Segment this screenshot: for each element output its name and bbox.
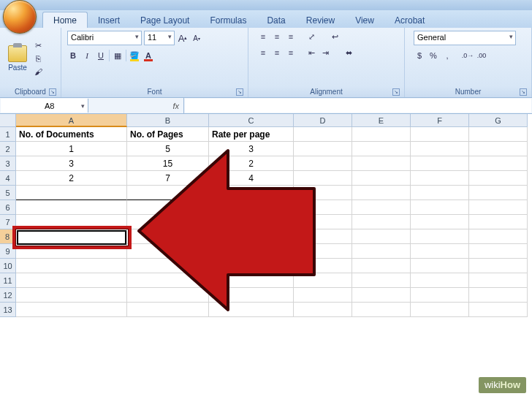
- align-middle-icon[interactable]: ≡: [271, 31, 283, 42]
- shrink-font-icon[interactable]: A▾: [191, 32, 202, 44]
- tab-review[interactable]: Review: [296, 12, 345, 28]
- font-name-combo[interactable]: Calibri: [67, 31, 142, 45]
- cell[interactable]: [352, 156, 411, 171]
- spreadsheet-grid[interactable]: ABCDEFG 1No. of DocumentsNo. of PagesRat…: [0, 114, 532, 317]
- tab-view[interactable]: View: [345, 12, 384, 28]
- row-header[interactable]: 2: [0, 142, 16, 156]
- tab-formulas[interactable]: Formulas: [200, 12, 256, 28]
- cell[interactable]: [352, 288, 411, 303]
- cell[interactable]: [352, 244, 411, 259]
- dialog-launcher-icon[interactable]: ↘: [236, 88, 243, 96]
- align-center-icon[interactable]: ≡: [271, 47, 283, 58]
- cell[interactable]: [469, 303, 528, 317]
- row-header[interactable]: 9: [0, 244, 16, 259]
- tab-home[interactable]: Home: [42, 12, 88, 28]
- cell[interactable]: [411, 156, 469, 171]
- decrease-decimal-icon[interactable]: .00: [476, 50, 487, 61]
- cell[interactable]: [294, 303, 352, 317]
- cell[interactable]: [16, 200, 127, 215]
- cell[interactable]: [294, 200, 352, 215]
- cell[interactable]: [127, 229, 209, 244]
- cell[interactable]: [411, 229, 469, 244]
- formula-input[interactable]: [185, 99, 531, 113]
- cell[interactable]: [294, 127, 352, 142]
- cell[interactable]: [352, 229, 411, 244]
- cell[interactable]: [127, 200, 209, 215]
- cell[interactable]: [294, 273, 352, 288]
- cell[interactable]: [352, 200, 411, 215]
- percent-icon[interactable]: %: [428, 50, 439, 61]
- cell[interactable]: [352, 303, 411, 317]
- italic-button[interactable]: I: [81, 50, 93, 61]
- cell[interactable]: [127, 215, 209, 229]
- column-header[interactable]: A: [16, 114, 127, 127]
- fx-button[interactable]: fx: [89, 98, 184, 113]
- cell[interactable]: [352, 142, 411, 156]
- cell[interactable]: [16, 229, 127, 244]
- orientation-icon[interactable]: ⤢: [305, 31, 317, 42]
- cell[interactable]: [16, 259, 127, 273]
- column-header[interactable]: C: [209, 114, 294, 127]
- align-bottom-icon[interactable]: ≡: [285, 31, 297, 42]
- cell[interactable]: [469, 229, 528, 244]
- cell[interactable]: 5: [127, 142, 209, 156]
- cell[interactable]: [209, 303, 294, 317]
- cell[interactable]: [411, 186, 469, 200]
- column-header[interactable]: B: [127, 114, 209, 127]
- tab-data[interactable]: Data: [256, 12, 295, 28]
- cell[interactable]: 3: [16, 156, 127, 171]
- dialog-launcher-icon[interactable]: ↘: [49, 88, 56, 96]
- cut-icon[interactable]: ✂: [32, 39, 44, 51]
- cell[interactable]: [411, 171, 469, 186]
- border-icon[interactable]: ▦: [112, 50, 123, 61]
- tab-page-layout[interactable]: Page Layout: [130, 12, 200, 28]
- cell[interactable]: Rate per page: [209, 127, 294, 142]
- cell[interactable]: [294, 288, 352, 303]
- cell[interactable]: [352, 273, 411, 288]
- row-header[interactable]: 8: [0, 229, 16, 244]
- align-left-icon[interactable]: ≡: [257, 47, 269, 58]
- increase-decimal-icon[interactable]: .0→: [462, 50, 474, 61]
- cell[interactable]: [294, 156, 352, 171]
- cell[interactable]: [411, 288, 469, 303]
- cell[interactable]: [294, 186, 352, 200]
- cell[interactable]: [411, 259, 469, 273]
- grow-font-icon[interactable]: A▴: [177, 32, 189, 44]
- cell[interactable]: [411, 127, 469, 142]
- column-header[interactable]: E: [352, 114, 411, 127]
- cell[interactable]: [16, 186, 127, 200]
- cell[interactable]: [127, 303, 209, 317]
- cell[interactable]: [16, 303, 127, 317]
- row-header[interactable]: 12: [0, 288, 16, 303]
- cell[interactable]: [16, 288, 127, 303]
- cell[interactable]: [294, 142, 352, 156]
- cell[interactable]: [352, 186, 411, 200]
- select-all-corner[interactable]: [0, 114, 16, 127]
- decrease-indent-icon[interactable]: ⇤: [305, 47, 317, 58]
- cell[interactable]: 4: [209, 171, 294, 186]
- font-color-icon[interactable]: A: [142, 50, 154, 61]
- align-top-icon[interactable]: ≡: [257, 31, 269, 42]
- cell[interactable]: [352, 127, 411, 142]
- cell[interactable]: [469, 200, 528, 215]
- row-header[interactable]: 1: [0, 127, 16, 142]
- cell[interactable]: [294, 215, 352, 229]
- align-right-icon[interactable]: ≡: [285, 47, 297, 58]
- column-header[interactable]: F: [411, 114, 469, 127]
- cell[interactable]: [411, 273, 469, 288]
- cell[interactable]: 7: [127, 171, 209, 186]
- copy-icon[interactable]: ⎘: [32, 53, 44, 64]
- cell[interactable]: [469, 142, 528, 156]
- increase-indent-icon[interactable]: ⇥: [319, 47, 331, 58]
- cell[interactable]: [469, 215, 528, 229]
- cell[interactable]: [411, 215, 469, 229]
- cell[interactable]: [127, 244, 209, 259]
- column-header[interactable]: G: [469, 114, 528, 127]
- cell[interactable]: [209, 259, 294, 273]
- cell[interactable]: [469, 156, 528, 171]
- font-size-combo[interactable]: 11: [144, 31, 175, 45]
- cell[interactable]: [469, 171, 528, 186]
- cell[interactable]: [294, 259, 352, 273]
- cell[interactable]: No. of Documents: [16, 127, 127, 142]
- row-header[interactable]: 4: [0, 171, 16, 186]
